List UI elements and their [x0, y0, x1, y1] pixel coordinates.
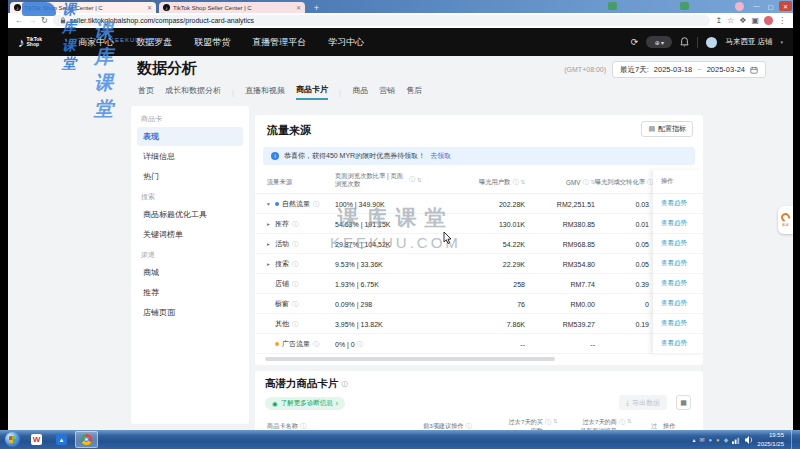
- traffic-row-活动[interactable]: ▸活动ⓘ29.87% | 104.52K54.22KRM968.850.05: [255, 234, 653, 254]
- view-trend-link[interactable]: 查看趋势: [661, 239, 687, 248]
- promo-banner: i 恭喜你，获得450 MYR的限时优惠券待领取！ 去领取: [263, 147, 695, 165]
- tab-商品[interactable]: 商品: [352, 85, 368, 99]
- show-desktop-button[interactable]: [791, 430, 796, 449]
- menu-icon[interactable]: ⋮: [778, 17, 786, 25]
- share-icon[interactable]: ↥: [715, 17, 722, 25]
- new-tab-button[interactable]: +: [311, 2, 322, 13]
- extensions-icon[interactable]: ❖: [739, 17, 746, 25]
- source-name: 橱窗: [275, 299, 289, 309]
- col-buyers[interactable]: 过去7天的买家数ⓘ⇅: [503, 418, 573, 430]
- tab-售后[interactable]: 售后: [406, 85, 422, 99]
- traffic-row-自然流量[interactable]: ▾自然流量ⓘ100% | 349.90K202.28KRM2,251.510.0…: [255, 194, 653, 214]
- bell-icon[interactable]: [680, 37, 689, 47]
- tab-成长和数据分析[interactable]: 成长和数据分析: [165, 85, 221, 99]
- view-trend-link[interactable]: 查看趋势: [661, 319, 687, 328]
- store-name[interactable]: 马来西亚 店铺: [725, 37, 772, 47]
- configure-columns-button[interactable]: ▦: [676, 395, 691, 410]
- maximize-button[interactable]: ▢: [764, 1, 777, 11]
- chevron-right-icon[interactable]: ▸: [267, 221, 272, 227]
- chevron-right-icon[interactable]: ▸: [267, 241, 272, 247]
- topnav-item[interactable]: 数据罗盘: [136, 36, 172, 49]
- horizontal-scrollbar[interactable]: [265, 357, 555, 361]
- store-avatar[interactable]: [706, 37, 717, 48]
- card-title: 流量来源: [267, 123, 311, 138]
- view-trend-link[interactable]: 查看趋势: [661, 299, 687, 308]
- col-pageviews[interactable]: 过去7天的商品页面浏览量ⓘ⇅: [577, 418, 647, 430]
- sidebar-item-详细信息[interactable]: 详细信息: [137, 147, 243, 166]
- views-value: 29.87% | 104.52K: [335, 234, 391, 254]
- tray-mail-icon[interactable]: ✉: [699, 437, 704, 443]
- sidebar-item-推荐[interactable]: 推荐: [137, 283, 243, 302]
- tiktok-shop-logo[interactable]: ♪ TikTokShop: [18, 35, 42, 50]
- claim-link[interactable]: 去领取: [430, 151, 451, 161]
- view-trend-link[interactable]: 查看趋势: [661, 339, 687, 348]
- info-icon: ⓘ: [292, 320, 298, 329]
- traffic-row-推荐[interactable]: ▸推荐ⓘ54.63% | 191.15K130.01KRM380.850.01: [255, 214, 653, 234]
- bookmark-star-icon[interactable]: ☆: [727, 17, 734, 25]
- traffic-row-广告流量[interactable]: 广告流量ⓘ0% | 0ⓘ----: [255, 334, 653, 354]
- taskbar-app-wps[interactable]: W: [25, 431, 48, 448]
- start-button[interactable]: [5, 432, 20, 447]
- view-trend-link[interactable]: 查看趋势: [661, 259, 687, 268]
- taskbar-app-quark[interactable]: ▲: [50, 431, 73, 448]
- side-panel-icon[interactable]: ▣: [751, 17, 759, 25]
- sort-icon[interactable]: ⇅: [553, 418, 558, 424]
- back-icon[interactable]: ←: [15, 17, 23, 25]
- sidebar-item-表现[interactable]: 表现: [137, 127, 243, 146]
- volume-icon[interactable]: [745, 436, 753, 444]
- profile-avatar[interactable]: [764, 16, 773, 25]
- tab-title: TikTok Shop Seller Center | C: [24, 5, 144, 11]
- sidebar-item-店铺页面[interactable]: 店铺页面: [137, 303, 243, 322]
- close-button[interactable]: ✕: [779, 1, 792, 11]
- sidebar-item-关键词榜单[interactable]: 关键词榜单: [137, 225, 243, 244]
- traffic-row-店铺[interactable]: 店铺ⓘ1.93% | 6.75K258RM7.740.39: [255, 274, 653, 294]
- chevron-right-icon[interactable]: ▸: [267, 261, 272, 267]
- view-trend-link[interactable]: 查看趋势: [661, 219, 687, 228]
- diagnose-pill[interactable]: ◉ 了解更多诊断信息 ›: [265, 397, 345, 410]
- tab-首页[interactable]: 首页: [138, 85, 154, 99]
- tray-cloud-icon[interactable]: ◆: [724, 437, 729, 443]
- browser-tab-1[interactable]: ♪ TikTok Shop Seller Center | C ✕: [10, 2, 156, 13]
- hidden-icons-arrow[interactable]: ▴: [692, 437, 695, 443]
- view-trend-link[interactable]: 查看趋势: [661, 199, 687, 208]
- col-users[interactable]: 曝光用户数ⓘ⇅: [441, 170, 525, 194]
- floating-support-widget[interactable]: 客服: [778, 206, 793, 234]
- traffic-row-橱窗[interactable]: 橱窗ⓘ0.09% | 29876RM0.000: [255, 294, 653, 314]
- topnav-item[interactable]: 商家中心: [78, 36, 114, 49]
- topnav-item[interactable]: 学习中心: [328, 36, 364, 49]
- sort-icon[interactable]: ⇅: [417, 177, 422, 183]
- date-range-picker[interactable]: 最近7天: 2025-03-18 ~ 2025-03-24: [612, 61, 766, 78]
- language-pill[interactable]: ⊕▾: [646, 36, 672, 48]
- traffic-row-其他[interactable]: 其他ⓘ3.95% | 13.82K7.86KRM539.270.19: [255, 314, 653, 334]
- refresh-icon[interactable]: ⟳: [631, 37, 639, 47]
- taskbar-clock[interactable]: 19:55 2025/1/25: [757, 431, 784, 447]
- reload-icon[interactable]: ↻: [41, 17, 48, 25]
- tray-app-icon[interactable]: ●: [708, 437, 712, 443]
- tab-营销[interactable]: 营销: [379, 85, 395, 99]
- view-trend-link[interactable]: 查看趋势: [661, 279, 687, 288]
- chevron-down-icon[interactable]: ▾: [267, 201, 272, 207]
- forward-icon[interactable]: →: [28, 17, 36, 25]
- traffic-row-搜索[interactable]: ▸搜索ⓘ9.53% | 33.36K22.29KRM354.800.05: [255, 254, 653, 274]
- col-cvr[interactable]: 曝光到成交转化率ⓘ: [585, 170, 653, 194]
- calendar-icon: [750, 66, 758, 74]
- topnav-item[interactable]: 联盟带货: [194, 36, 230, 49]
- tab-商品卡片[interactable]: 商品卡片: [296, 84, 328, 100]
- tab-close-icon[interactable]: ✕: [147, 4, 152, 11]
- browser-tab-2[interactable]: ♪ TikTok Shop Seller Center | C ✕: [159, 2, 305, 13]
- sidebar-item-商城[interactable]: 商城: [137, 263, 243, 282]
- taskbar-app-chrome[interactable]: [75, 431, 98, 448]
- sort-icon[interactable]: ⇅: [627, 418, 632, 424]
- export-data-button[interactable]: ⤓ 导出数据: [619, 395, 667, 410]
- sidebar-item-商品标题优化工具[interactable]: 商品标题优化工具: [137, 205, 243, 224]
- configure-metrics-button[interactable]: ▤ 配置指标: [641, 121, 693, 137]
- tray-browser-icon[interactable]: ●: [716, 437, 720, 443]
- address-bar[interactable]: seller.tiktokglobalshop.com/compass/prod…: [53, 15, 711, 26]
- network-icon[interactable]: [732, 436, 741, 444]
- tab-close-icon[interactable]: ✕: [296, 4, 301, 11]
- tab-直播和视频[interactable]: 直播和视频: [245, 85, 285, 99]
- col-views[interactable]: 页面浏览次数比率 | 页面浏览次数 ⓘ ⇅: [335, 172, 445, 188]
- sidebar-item-热门[interactable]: 热门: [137, 167, 243, 186]
- minimize-button[interactable]: —: [750, 1, 763, 11]
- topnav-item[interactable]: 直播管理平台: [252, 36, 306, 49]
